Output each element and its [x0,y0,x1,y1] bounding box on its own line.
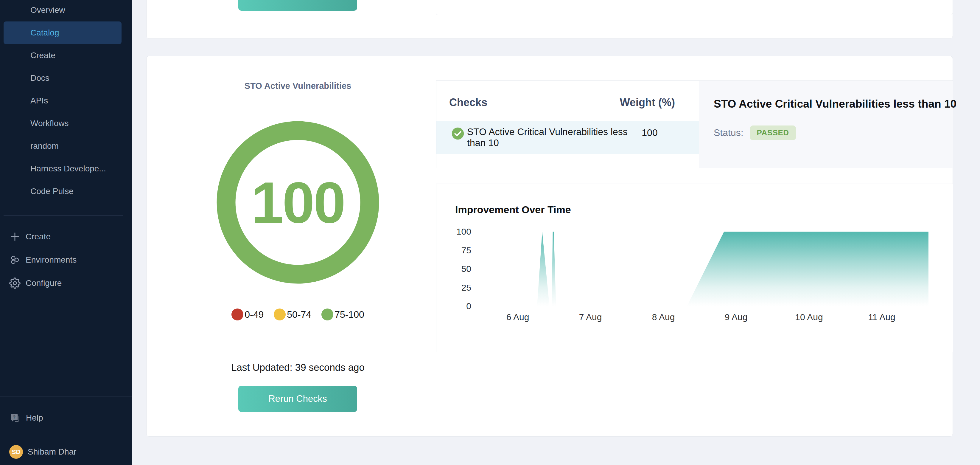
x-axis-tick: 11 Aug [858,312,905,322]
sidebar-item-overview[interactable]: Overview [3,0,121,21]
previous-scorecard-card [146,0,953,39]
status-label: Status: [714,127,743,138]
svg-text:?: ? [13,414,16,419]
y-axis-tick: 100 [436,226,471,237]
user-name: Shibam Dhar [28,447,76,457]
sidebar-nav: Overview Catalog Create Docs APIs Workfl… [0,0,132,203]
sidebar-item-apis[interactable]: APIs [3,89,121,112]
checks-panel: Checks Weight (%) STO Active Critical Vu… [436,80,699,168]
sidebar-item-label: Overview [30,5,65,15]
main-content: STO Active Vulnerabilities 100 0-49 50-7… [132,0,980,465]
sidebar-action-label: Environments [25,255,76,265]
x-axis-tick: 10 Aug [785,312,833,322]
sidebar-item-create[interactable]: Create [3,44,121,67]
legend-label: 0-49 [245,309,264,320]
sidebar-action-label: Create [25,232,51,241]
legend-item-low: 0-49 [231,308,264,320]
hexagons-icon [9,254,21,265]
sidebar-actions: Create Environments [0,225,132,295]
legend-item-medium: 50-74 [274,308,311,320]
sidebar-item-label: Workflows [30,119,69,128]
x-axis-tick: 8 Aug [640,312,687,322]
sidebar-item-label: Create [30,51,56,60]
help-chat-icon: ? [9,412,21,424]
improvement-chart-svg [436,184,953,352]
area-series-spike [537,232,550,306]
check-table-row[interactable]: STO Active Critical Vulnerabilities less… [436,121,699,154]
app-root: Overview Catalog Create Docs APIs Workfl… [0,0,980,465]
gear-icon [9,278,21,289]
checks-column-header: Checks [449,96,620,109]
previous-panel-fragment [436,0,953,15]
sidebar-item-workflows[interactable]: Workflows [3,112,121,135]
sidebar: Overview Catalog Create Docs APIs Workfl… [0,0,132,465]
avatar: SD [9,445,23,459]
sidebar-item-label: Catalog [30,28,59,38]
area-series-trend [687,232,929,306]
sidebar-item-docs[interactable]: Docs [3,67,121,89]
legend-dot-yellow [274,308,286,320]
sidebar-item-label: Harness Develope... [30,164,106,174]
sidebar-item-label: Code Pulse [30,187,73,196]
sidebar-item-harness-developer[interactable]: Harness Develope... [3,157,121,180]
score-value: 100 [216,121,379,284]
x-axis-tick: 7 Aug [566,312,614,322]
y-axis-tick: 0 [436,301,471,312]
area-series-sliver [552,232,556,306]
x-axis-tick: 6 Aug [494,312,541,322]
last-updated-text: Last Updated: 39 seconds ago [146,362,449,373]
checks-table-header: Checks Weight (%) [436,81,699,120]
status-row: Status: PASSED [714,126,796,139]
scorecard-card: STO Active Vulnerabilities 100 0-49 50-7… [146,56,953,437]
status-badge: PASSED [750,126,796,140]
legend-item-high: 75-100 [321,308,364,320]
sidebar-help[interactable]: ? Help [0,407,132,429]
sidebar-divider [0,396,132,396]
legend-label: 75-100 [334,309,364,320]
check-passed-icon [451,127,465,140]
check-weight-value: 100 [624,127,676,138]
check-name: STO Active Critical Vulnerabilities less… [467,126,640,149]
sidebar-item-label: Docs [30,74,49,83]
legend-label: 50-74 [287,309,311,320]
sidebar-action-label: Configure [25,278,62,288]
check-status-heading: STO Active Critical Vulnerabilities less… [699,81,953,110]
sidebar-action-configure[interactable]: Configure [0,272,132,295]
help-label: Help [26,413,43,423]
legend-dot-red [231,308,243,320]
scorecard-title: STO Active Vulnerabilities [146,81,449,91]
score-legend: 0-49 50-74 75-100 [146,308,449,320]
sidebar-item-label: random [30,141,59,151]
legend-dot-green [321,308,333,320]
rerun-checks-button[interactable]: Rerun Checks [238,386,357,412]
sidebar-divider [3,215,123,216]
x-axis-tick: 9 Aug [712,312,760,322]
sidebar-item-random[interactable]: random [3,135,121,157]
y-axis-tick: 25 [436,282,471,293]
y-axis-tick: 75 [436,245,471,256]
sidebar-user[interactable]: SD Shibam Dhar [0,444,132,460]
y-axis-tick: 50 [436,264,471,274]
plus-icon [9,231,21,242]
sidebar-action-environments[interactable]: Environments [0,248,132,272]
previous-rerun-button-fragment[interactable] [238,0,357,11]
sidebar-action-create[interactable]: Create [0,225,132,248]
sidebar-item-label: APIs [30,96,48,105]
sidebar-item-code-pulse[interactable]: Code Pulse [3,180,121,203]
check-status-panel: STO Active Critical Vulnerabilities less… [699,80,953,168]
weight-column-header: Weight (%) [620,96,675,109]
improvement-chart-panel: Improvement Over Time 100 75 50 25 [436,184,953,352]
sidebar-item-catalog[interactable]: Catalog [3,21,121,44]
